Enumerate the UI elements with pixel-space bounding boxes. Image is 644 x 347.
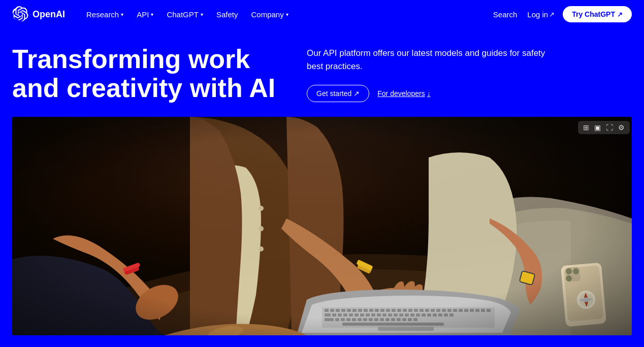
nav-item-research[interactable]: Research ▾ bbox=[81, 7, 128, 22]
image-toolbar: ⊞ ▣ ⛶ ⚙ bbox=[578, 121, 630, 134]
login-button[interactable]: Log in ↗ bbox=[527, 10, 555, 19]
nav-menu: Research ▾ API ▾ ChatGPT ▾ Safety Compan… bbox=[81, 7, 475, 22]
settings-icon[interactable]: ⚙ bbox=[616, 122, 627, 133]
logo[interactable]: OpenAI bbox=[12, 6, 65, 22]
hero-left: Transforming work and creativity with AI bbox=[12, 45, 276, 103]
arrow-down-icon: ↓ bbox=[427, 89, 431, 98]
chevron-down-icon: ▾ bbox=[286, 12, 288, 17]
chevron-down-icon: ▾ bbox=[151, 12, 153, 17]
arrow-icon: ↗ bbox=[617, 11, 623, 18]
grid-1x1-icon[interactable]: ▣ bbox=[592, 122, 603, 133]
openai-logo-icon bbox=[12, 6, 28, 22]
try-chatgpt-button[interactable]: Try ChatGPT ↗ bbox=[563, 6, 632, 22]
nav-item-safety[interactable]: Safety bbox=[211, 7, 243, 22]
hero-buttons: Get started ↗ For developers ↓ bbox=[307, 85, 632, 102]
navbar-actions: Search Log in ↗ Try ChatGPT ↗ bbox=[491, 6, 632, 22]
arrow-icon: ↗ bbox=[353, 89, 360, 98]
hero-description: Our API platform offers our latest model… bbox=[307, 47, 561, 73]
hero-right: Our API platform offers our latest model… bbox=[307, 45, 632, 102]
nav-item-api[interactable]: API ▾ bbox=[132, 7, 158, 22]
chevron-down-icon: ▾ bbox=[201, 12, 203, 17]
hero-image-section: ⊞ ▣ ⛶ ⚙ bbox=[0, 117, 644, 335]
expand-icon[interactable]: ⛶ bbox=[604, 122, 615, 133]
nav-item-chatgpt[interactable]: ChatGPT ▾ bbox=[162, 7, 208, 22]
hero-scene-svg bbox=[12, 117, 632, 335]
navbar: OpenAI Research ▾ API ▾ ChatGPT ▾ Safety… bbox=[0, 0, 644, 28]
logo-text: OpenAI bbox=[33, 9, 65, 20]
search-button[interactable]: Search bbox=[491, 7, 520, 22]
grid-2x2-icon[interactable]: ⊞ bbox=[581, 122, 591, 133]
external-link-icon: ↗ bbox=[549, 11, 555, 18]
hero-section: Transforming work and creativity with AI… bbox=[0, 28, 644, 117]
hero-image bbox=[12, 117, 632, 335]
for-developers-button[interactable]: For developers ↓ bbox=[377, 89, 430, 98]
get-started-button[interactable]: Get started ↗ bbox=[307, 85, 369, 102]
svg-rect-95 bbox=[12, 117, 632, 335]
nav-item-company[interactable]: Company ▾ bbox=[246, 7, 293, 22]
chevron-down-icon: ▾ bbox=[121, 12, 123, 17]
hero-title: Transforming work and creativity with AI bbox=[12, 45, 276, 103]
